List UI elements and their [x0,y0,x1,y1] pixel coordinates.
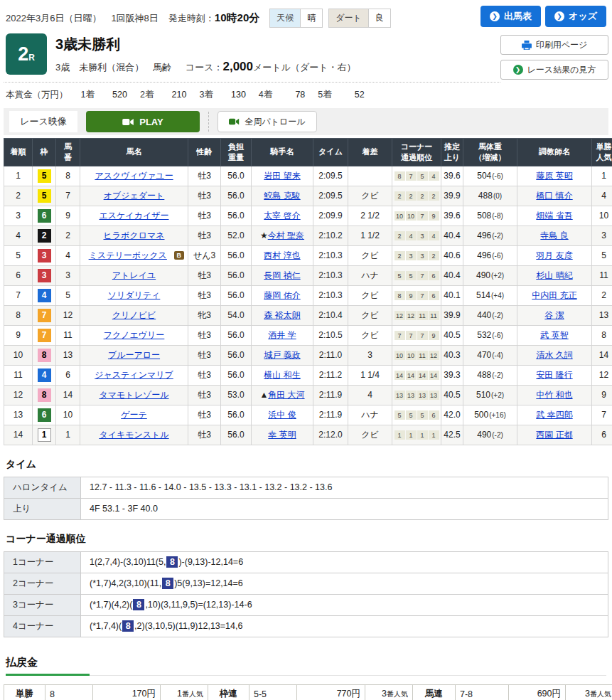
trainer-link[interactable]: 寺島 良 [540,230,568,240]
result-guide-button[interactable]: ❯ レース結果の見方 [500,60,608,80]
prize-place: 5着 [318,89,331,101]
jockey-link[interactable]: 鮫島 克駿 [264,191,300,201]
last-3f: 40.3 [441,345,463,365]
jockey-link[interactable]: 角田 大河 [268,390,304,400]
body-weight-cell: 510(+2) [463,385,517,405]
frame-cell: 8 [33,345,56,365]
jockey-link[interactable]: 酒井 学 [268,330,296,340]
horse-name-link[interactable]: ヒラボクロマネ [104,230,165,240]
chevron-circle-icon: ❯ [554,11,564,21]
col-header-horse-number: 馬番 [56,139,80,166]
margin: ハナ [348,265,392,285]
jockey-link[interactable]: 岩田 望来 [264,171,300,181]
trainer-link[interactable]: 羽月 友彦 [536,250,572,260]
carried-weight: 56.0 [221,345,252,365]
corner-position: 7 [394,331,405,340]
horse-name-link[interactable]: アスクヴィヴァユー [95,171,173,181]
corner-row: 2コーナー(*1,7)4,2(3,10)(11,8)5(9,13)=12,14=… [4,573,608,594]
result-row: 12814タマモトレゾール牡353.0▲角田 大河2:11.9413131313… [4,385,612,405]
jockey-link[interactable]: 城戸 義政 [264,350,300,360]
jockey-cell: 森 裕太朗 [252,305,313,325]
body-weight-cell: 532(-6) [463,325,517,345]
trainer-link[interactable]: 中竹 和也 [536,390,572,400]
result-row: 1146ジャスティンマリブ牡356.0横山 和生2:11.21 1/414141… [4,365,612,385]
win-favorite: 6 [592,425,612,445]
horse-name-link[interactable]: タマモトレゾール [100,390,169,400]
shutsuba-button[interactable]: ❯出馬表 [481,6,541,27]
horse-name-cell: クリノビビ [80,305,188,325]
corner-order-cell: 2222 [392,186,441,206]
trainer-link[interactable]: 橋口 慎介 [536,191,572,201]
body-weight-cell: 488(0) [463,186,517,206]
sex-age: 牡3 [188,325,221,345]
trainer-link[interactable]: 谷 潔 [544,310,564,320]
jockey-link[interactable]: 横山 和生 [264,370,300,380]
horse-name-link[interactable]: ジャスティンマリブ [95,370,173,380]
margin: 4 [348,385,392,405]
horse-name-link[interactable]: ブルーアロー [108,350,160,360]
jockey-link[interactable]: 森 裕太朗 [264,310,300,320]
finish-time: 2:10.3 [313,245,348,265]
result-row: 257オブジェダート牡356.0鮫島 克駿2:09.5クビ222239.9488… [4,186,612,206]
frame-cell: 5 [33,186,56,206]
jockey-link[interactable]: 太宰 啓介 [264,211,300,221]
trainer-link[interactable]: 中内田 充正 [532,290,576,300]
shutsuba-button-label: 出馬表 [504,10,532,23]
last-3f: 42.5 [441,425,463,445]
trainer-link[interactable]: 武 英智 [540,330,568,340]
prize-amount: 520 [95,90,127,100]
highlighted-horse-number: 8 [166,556,178,568]
horse-number: 14 [56,385,80,405]
corner-order-cell: 5576 [392,265,441,285]
play-button[interactable]: PLAY [86,111,200,132]
result-row: 13610ゲーテ牡356.0浜中 俊2:11.9ハナ555642.0500(+1… [4,405,612,425]
col-header-frame: 枠 [33,139,56,166]
horse-name-link[interactable]: アトレイユ [112,270,156,280]
horse-name-cell: ゲーテ [80,405,188,425]
jockey-link[interactable]: 藤岡 佑介 [264,290,300,300]
horse-name-link[interactable]: タイキモンストル [99,430,168,440]
corner-row-value: 1(2,7,4)-(3,10)11(5,8)-(9,13)-12,14=6 [81,551,608,573]
trainer-link[interactable]: 武 幸四郎 [536,410,572,420]
trainer-link[interactable]: 西園 正都 [536,430,572,440]
jockey-link[interactable]: 長岡 禎仁 [264,270,300,280]
carried-weight: 56.0 [221,325,252,345]
corner-position: 13 [406,391,417,400]
apprentice-mark: ★ [260,230,268,240]
race-number-suffix: R [28,53,35,63]
horse-name-link[interactable]: ソリダリティ [108,290,161,300]
horse-name-link[interactable]: フクノエヴリー [104,330,165,340]
trainer-link[interactable]: 杉山 晴紀 [536,270,572,280]
jockey-link[interactable]: 幸 英明 [268,430,296,440]
trainer-cell: 寺島 良 [517,226,592,245]
corner-position: 3 [417,251,428,260]
odds-button-label: オッズ [569,10,597,23]
print-page-button[interactable]: 印刷用ページ [500,35,608,55]
corner-order-cell: 1111 [392,425,441,445]
jockey-link[interactable]: 西村 淳也 [264,250,300,260]
trainer-link[interactable]: 安田 隆行 [536,370,572,380]
margin: 1 1/4 [348,365,392,385]
body-weight-cell: 508(-8) [463,206,517,226]
horse-name-link[interactable]: オブジェダート [104,191,165,201]
horse-name-link[interactable]: クリノビビ [112,310,156,320]
sex-age: 牡3 [188,425,221,445]
odds-button[interactable]: ❯オッズ [545,6,606,27]
patrol-video-button[interactable]: 全周パトロール [218,111,317,132]
trainer-link[interactable]: 畑端 省吾 [536,211,572,221]
jockey-link[interactable]: 浜中 俊 [268,410,296,420]
horse-name-link[interactable]: エスケイカイザー [100,211,169,221]
win-favorite: 7 [592,405,612,425]
trainer-link[interactable]: 藤原 英昭 [536,171,572,181]
corner-order-cell: 14141414 [392,365,441,385]
finish-time: 2:10.4 [313,305,348,325]
horse-name-link[interactable]: ミステリーボックス [89,250,167,260]
horse-name-link[interactable]: ゲーテ [121,410,147,420]
jockey-link[interactable]: 今村 聖奈 [268,230,304,240]
corner-position: 13 [417,391,428,400]
result-row: 422ヒラボクロマネ牡352.0★今村 聖奈2:10.21 1/2243440.… [4,226,612,245]
trainer-link[interactable]: 清水 久詞 [536,350,572,360]
bet-payout-amount: 170円 [93,684,161,700]
jockey-cell: 西村 淳也 [252,245,313,265]
margin: クビ [348,285,392,305]
